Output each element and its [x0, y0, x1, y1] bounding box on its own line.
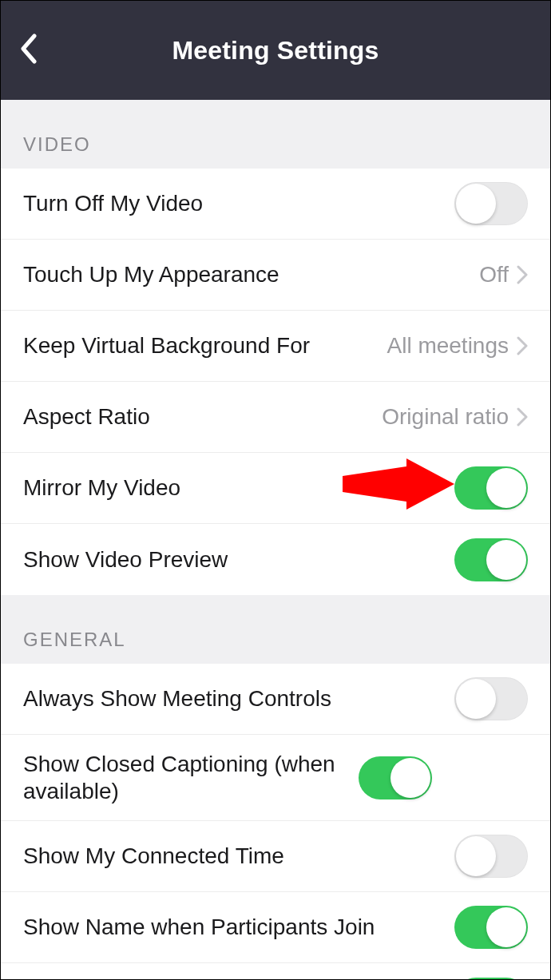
row-label: Touch Up My Appearance [23, 245, 479, 304]
page-title: Meeting Settings [172, 36, 379, 65]
row-aspect-ratio[interactable]: Aspect Ratio Original ratio [1, 382, 550, 453]
toggle-knob [486, 540, 526, 580]
toggle-non-video-participants[interactable] [454, 978, 528, 979]
chevron-right-icon [517, 407, 528, 427]
chevron-left-icon [20, 34, 38, 64]
row-always-show-controls[interactable]: Always Show Meeting Controls [1, 664, 550, 735]
row-value: Off [479, 262, 509, 288]
row-label: Aspect Ratio [23, 387, 382, 446]
row-label: Show Video Preview [23, 530, 454, 589]
back-button[interactable] [12, 26, 46, 75]
row-label: Show Name when Participants Join [23, 898, 454, 957]
row-show-name-join[interactable]: Show Name when Participants Join [1, 892, 550, 963]
chevron-right-icon [517, 336, 528, 355]
row-label: Keep Virtual Background For [23, 316, 386, 375]
video-settings-list: Turn Off My Video Touch Up My Appearance… [1, 169, 550, 595]
toggle-closed-captioning[interactable] [359, 756, 432, 799]
toggle-always-show-controls[interactable] [454, 677, 528, 720]
toggle-show-video-preview[interactable] [454, 538, 528, 581]
row-label: Show Closed Captioning (when available) [23, 735, 359, 820]
row-label: Always Show Meeting Controls [23, 669, 454, 728]
toggle-show-name-join[interactable] [454, 906, 528, 949]
row-show-video-preview[interactable]: Show Video Preview [1, 524, 550, 595]
row-closed-captioning[interactable]: Show Closed Captioning (when available) [1, 735, 550, 821]
toggle-knob [456, 679, 496, 719]
toggle-knob [486, 907, 526, 947]
row-label: Show Non-Video Participants [23, 970, 454, 979]
toggle-turn-off-my-video[interactable] [454, 182, 528, 225]
toggle-knob [456, 184, 496, 224]
row-connected-time[interactable]: Show My Connected Time [1, 821, 550, 892]
app-frame: Meeting Settings VIDEO Turn Off My Video… [1, 1, 550, 979]
row-label: Show My Connected Time [23, 827, 454, 886]
toggle-knob [390, 758, 430, 798]
toggle-knob [486, 468, 526, 508]
section-header-video: VIDEO [1, 100, 550, 169]
row-mirror-my-video[interactable]: Mirror My Video [1, 453, 550, 524]
header-bar: Meeting Settings [1, 1, 550, 100]
general-settings-list: Always Show Meeting Controls Show Closed… [1, 664, 550, 979]
row-keep-virtual-background[interactable]: Keep Virtual Background For All meetings [1, 311, 550, 382]
row-label: Mirror My Video [23, 458, 454, 518]
toggle-knob [456, 836, 496, 876]
section-header-general: GENERAL [1, 595, 550, 664]
row-touch-up-appearance[interactable]: Touch Up My Appearance Off [1, 240, 550, 311]
row-turn-off-my-video[interactable]: Turn Off My Video [1, 169, 550, 240]
row-value: Original ratio [382, 404, 509, 430]
chevron-right-icon [517, 265, 528, 284]
toggle-mirror-my-video[interactable] [454, 466, 528, 510]
row-label: Turn Off My Video [23, 174, 454, 233]
toggle-connected-time[interactable] [454, 835, 528, 878]
row-value: All meetings [386, 333, 509, 359]
row-non-video-participants[interactable]: Show Non-Video Participants [1, 963, 550, 979]
